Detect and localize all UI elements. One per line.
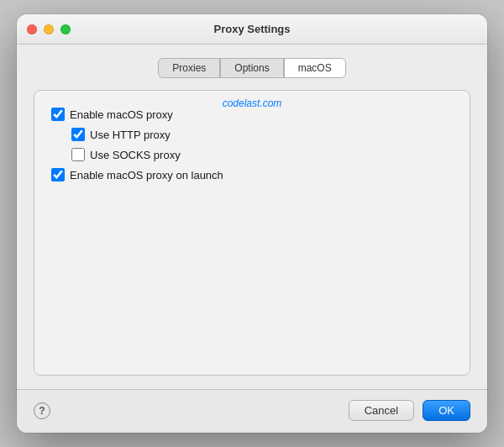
close-button[interactable] [27, 24, 37, 34]
cancel-button[interactable]: Cancel [349, 400, 414, 421]
tab-bar: Proxies Options macOS [34, 58, 470, 78]
tab-macos[interactable]: macOS [284, 58, 346, 78]
enable-macos-proxy-checkbox[interactable] [51, 108, 65, 121]
window-title: Proxy Settings [213, 23, 290, 35]
enable-macos-proxy-on-launch-label[interactable]: Enable macOS proxy on launch [70, 169, 223, 181]
tab-options[interactable]: Options [220, 58, 283, 78]
minimize-button[interactable] [44, 24, 54, 34]
help-button[interactable]: ? [34, 402, 50, 419]
option-row-enable-macos-proxy-on-launch: Enable macOS proxy on launch [51, 168, 453, 181]
titlebar: Proxy Settings [17, 14, 487, 45]
enable-macos-proxy-label[interactable]: Enable macOS proxy [70, 108, 173, 121]
ok-button[interactable]: OK [423, 400, 470, 421]
use-socks-proxy-checkbox[interactable] [71, 148, 85, 161]
option-row-use-socks-proxy: Use SOCKS proxy [71, 148, 453, 161]
content-area: Proxies Options macOS codelast.com Enabl… [17, 45, 487, 389]
use-http-proxy-label[interactable]: Use HTTP proxy [90, 129, 171, 141]
proxy-settings-window: Proxy Settings Proxies Options macOS cod… [17, 14, 487, 433]
maximize-button[interactable] [60, 24, 71, 34]
use-socks-proxy-label[interactable]: Use SOCKS proxy [90, 149, 181, 161]
use-http-proxy-checkbox[interactable] [71, 128, 85, 141]
options-list: Enable macOS proxy Use HTTP proxy Use SO… [51, 108, 453, 181]
option-row-enable-macos-proxy: Enable macOS proxy [51, 108, 453, 121]
enable-macos-proxy-on-launch-checkbox[interactable] [51, 168, 65, 181]
footer-buttons: Cancel OK [349, 400, 470, 421]
footer: ? Cancel OK [17, 389, 487, 433]
tab-proxies[interactable]: Proxies [158, 58, 220, 78]
traffic-lights [27, 24, 71, 34]
settings-panel: codelast.com Enable macOS proxy Use HTTP… [34, 90, 470, 376]
option-row-use-http-proxy: Use HTTP proxy [71, 128, 453, 141]
